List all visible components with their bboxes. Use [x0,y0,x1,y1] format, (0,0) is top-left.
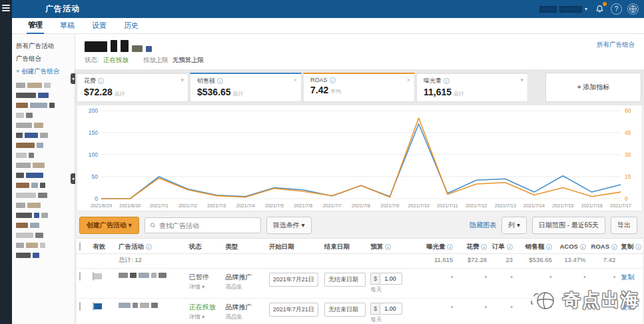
totals-sales: $536.65 [515,254,555,269]
header-cell-copy[interactable]: 复制 i [618,239,644,254]
sidebar-campaign-item-redacted[interactable] [16,173,71,178]
metric-card-1[interactable]: 花费i$72.28总计▾ [77,73,188,102]
row-checkbox[interactable] [79,272,81,281]
sidebar-campaign-item-redacted[interactable] [16,93,71,98]
chevron-down-icon[interactable]: ▾ [520,77,523,83]
start-date-field[interactable]: 2021年7月21日 [269,303,318,317]
sidebar-campaign-item-redacted[interactable] [16,143,71,148]
sidebar-collapse-handle[interactable]: ◂ [71,73,75,84]
sidebar-campaign-item-redacted[interactable] [16,153,71,158]
add-metric-button[interactable]: + 添加指标 [545,73,641,102]
sidebar-item-all-campaigns[interactable]: 所有广告活动 [16,42,71,51]
sidebar-campaign-item-redacted[interactable] [16,243,71,248]
header-cell-type[interactable]: 类型 [223,239,266,254]
sidebar-campaign-item-redacted[interactable] [16,253,71,258]
header-cell-name[interactable]: 广告活动 i [116,239,186,254]
select-all-checkbox[interactable] [79,242,81,251]
create-portfolio-link[interactable]: + 创建广告组合 [16,67,71,76]
budget-input[interactable]: $1.00 [370,273,415,285]
create-campaign-button[interactable]: 创建广告活动 ▾ [79,217,139,234]
top-navbar: 广告活动 ▾ ? [12,0,644,18]
metric-card-4[interactable]: 曝光量i11,615总计▾ [416,73,528,102]
export-button[interactable]: 导出 [611,217,637,234]
sidebar-campaign-item-redacted[interactable] [16,223,71,228]
chevron-down-icon[interactable]: ▾ [180,77,184,83]
end-date-field[interactable]: 无结束日期 [324,273,366,287]
start-date-field[interactable]: 2021年7月21日 [269,273,318,287]
budget-value[interactable]: 1.00 [380,303,402,315]
cap-value[interactable]: 无预算上限 [172,56,204,65]
sidebar-campaign-item-redacted[interactable] [16,213,71,218]
search-input[interactable] [159,222,256,229]
columns-button[interactable]: 列 ▾ [501,217,527,234]
all-portfolios-link[interactable]: 所有广告组合 [597,41,635,49]
cell-name[interactable] [116,299,186,324]
header-cell-start[interactable]: 开始日期 [266,239,322,254]
tab-drafts[interactable]: 草稿 [59,18,76,33]
status-value[interactable]: 正在投放 [103,56,129,65]
header-cell-active[interactable]: 有效 [90,239,116,254]
redacted-block [130,273,137,278]
sidebar-campaign-item-redacted[interactable] [16,203,71,208]
redacted-block [16,243,24,248]
active-toggle[interactable] [93,302,94,311]
svg-text:2021/7/9: 2021/7/9 [380,203,399,209]
account-switcher[interactable]: ▾ [539,6,587,13]
header-cell-spend[interactable]: 花费 i [456,239,489,254]
header-cell-acos[interactable]: ACOS i [555,239,589,254]
tab-history[interactable]: 历史 [123,18,140,33]
hamburger-menu-icon[interactable] [2,5,10,11]
notifications-button[interactable] [594,3,605,15]
cell-name[interactable] [116,269,186,299]
budget-value[interactable]: 1.00 [380,273,402,285]
locale-button[interactable] [627,3,639,15]
info-icon: i [635,244,641,250]
svg-text:2021/7/2: 2021/7/2 [178,203,197,209]
row-checkbox[interactable] [79,302,81,311]
campaign-sidebar: 所有广告活动 广告组合 + 创建广告组合 [12,34,75,324]
campaign-name-redacted [119,303,184,308]
question-icon: ? [615,5,619,13]
status-detail-link[interactable]: 详情 ▾ [189,313,220,321]
sidebar-campaign-item-redacted[interactable] [16,83,71,88]
header-cell-sales[interactable]: 销售额 i [515,239,555,254]
header-cell-budget[interactable]: 预算 i [368,239,418,254]
header-cell-status[interactable]: 状态 [186,239,223,254]
sidebar-campaign-item-redacted[interactable] [16,133,71,138]
sidebar-campaign-item-redacted[interactable] [16,113,71,118]
filter-button[interactable]: 筛选条件 ▾ [266,217,312,234]
remove-metric-icon[interactable]: × [407,77,410,83]
header-cell-roas[interactable]: ROAS i [589,239,619,254]
metric-card-3[interactable]: ROASi7.42平均× [303,73,415,102]
date-range-button[interactable]: 日期范围 - 最近65天 [532,217,605,234]
sidebar-campaign-item-redacted[interactable] [16,183,71,188]
remove-metric-icon[interactable]: × [294,77,297,83]
svg-text:45: 45 [625,129,631,136]
sidebar-campaign-item-redacted[interactable] [16,163,71,168]
tab-settings[interactable]: 设置 [91,18,108,33]
help-button[interactable]: ? [611,3,622,15]
sidebar-campaign-item-redacted[interactable] [16,103,71,108]
copy-link[interactable]: 复制 [621,273,634,281]
copy-link[interactable]: 复制 [621,303,634,311]
budget-input[interactable]: $1.00 [370,303,415,315]
sidebar-campaign-item-redacted[interactable] [16,123,71,128]
metric-card-2[interactable]: 销售额i$536.65总计× [190,73,302,102]
sidebar-campaign-item-redacted[interactable] [16,193,71,198]
sidebar-collapse-handle-2[interactable]: ◂ [71,173,75,184]
hide-chart-link[interactable]: 隐藏图表 [470,221,496,230]
campaign-name-redacted [119,273,184,278]
search-box[interactable] [145,217,261,233]
end-date-field[interactable]: 无结束日期 [324,303,366,317]
status-detail-link[interactable]: 详情 ▾ [189,283,220,291]
header-cell-end[interactable]: 结束日期 [322,239,368,254]
svg-text:2021/7/7: 2021/7/7 [323,203,342,209]
sidebar-campaign-item-redacted[interactable] [16,233,71,238]
tab-manage[interactable]: 管理 [27,17,44,34]
header-cell-impressions[interactable]: 曝光量 i [418,239,456,254]
active-toggle[interactable] [93,272,94,281]
info-icon: i [481,244,487,250]
header-cell-orders[interactable]: 订单 i [489,239,515,254]
cell-start-date: 2021年7月21日 [266,269,322,299]
redacted-block [44,83,51,88]
